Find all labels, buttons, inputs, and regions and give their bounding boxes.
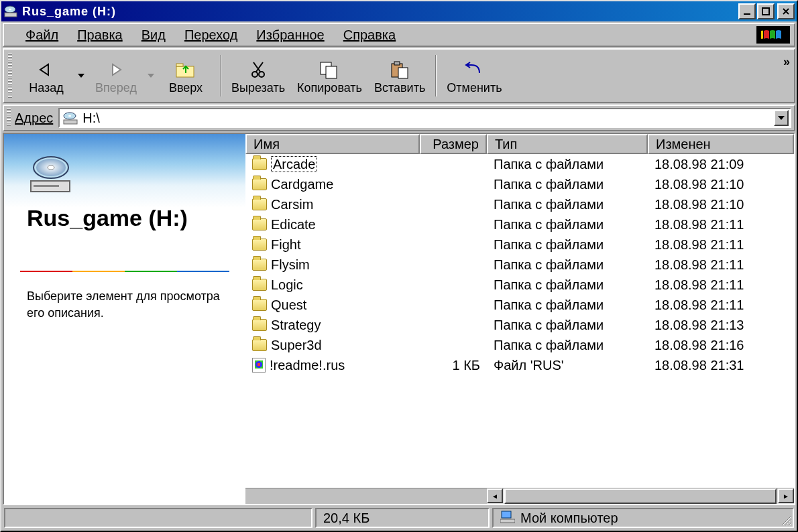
- toolbar-separator-2: [435, 55, 437, 96]
- svg-rect-22: [502, 511, 511, 518]
- menu-file[interactable]: Файл: [16, 25, 68, 46]
- column-modified[interactable]: Изменен: [648, 134, 794, 154]
- addressbar: Адрес H:\: [3, 105, 795, 131]
- table-row[interactable]: EdicateПапка с файлами18.08.98 21:11: [245, 214, 794, 235]
- table-row[interactable]: FightПапка с файлами18.08.98 21:11: [245, 235, 794, 255]
- cell-type: Файл 'RUS': [487, 356, 648, 375]
- item-name: Carsim: [271, 197, 313, 212]
- menu-edit[interactable]: Правка: [68, 25, 132, 46]
- cell-type: Папка с файлами: [487, 236, 648, 254]
- address-combo[interactable]: H:\: [58, 108, 791, 128]
- paste-button[interactable]: Вставить: [368, 50, 431, 102]
- undo-button[interactable]: Отменить: [441, 50, 508, 102]
- folder-icon: [252, 239, 267, 251]
- menu-help[interactable]: Справка: [334, 25, 405, 46]
- folder-icon: [252, 259, 267, 271]
- computer-icon: [500, 510, 515, 527]
- copy-button[interactable]: Копировать: [291, 50, 368, 102]
- cell-name: Fight: [245, 236, 420, 254]
- cell-date: 18.08.98 21:11: [648, 296, 794, 314]
- cell-date: 18.08.98 21:16: [648, 336, 794, 354]
- toolbar-overflow-icon[interactable]: »: [783, 50, 790, 102]
- address-path: H:\: [82, 111, 774, 126]
- item-name: Flysim: [271, 257, 310, 273]
- forward-button[interactable]: Вперед: [86, 50, 146, 102]
- cut-label: Вырезать: [231, 81, 285, 95]
- svg-point-19: [48, 165, 54, 170]
- menu-view[interactable]: Вид: [132, 25, 175, 46]
- cell-size: [420, 203, 487, 206]
- cell-type: Папка с файлами: [487, 176, 648, 194]
- scroll-right-button[interactable]: ►: [778, 488, 794, 503]
- cell-type: Папка с файлами: [487, 155, 648, 174]
- cell-name: Quest: [245, 296, 420, 314]
- cell-size: [420, 344, 487, 346]
- table-row[interactable]: CardgameПапка с файлами18.08.98 21:10: [245, 174, 794, 194]
- address-dropdown-icon[interactable]: [774, 110, 789, 126]
- cell-type: Папка с файлами: [487, 316, 648, 334]
- cell-date: 18.08.98 21:11: [648, 216, 794, 234]
- selection-hint: Выберите элемент для просмотра его описа…: [27, 288, 223, 322]
- table-row[interactable]: FlysimПапка с файлами18.08.98 21:11: [245, 255, 794, 275]
- forward-dropdown[interactable]: [146, 50, 156, 102]
- scroll-left-button[interactable]: ◄: [487, 488, 503, 503]
- folder-icon: [252, 158, 267, 170]
- status-location-label: Мой компьютер: [520, 511, 618, 526]
- table-row[interactable]: ArcadeПапка с файлами18.08.98 21:09: [245, 154, 794, 174]
- cell-size: [420, 304, 487, 306]
- paste-label: Вставить: [374, 81, 425, 95]
- item-name: Fight: [271, 237, 300, 253]
- folder-icon: [252, 218, 267, 230]
- cell-type: Папка с файлами: [487, 296, 648, 314]
- column-size[interactable]: Размер: [420, 134, 487, 154]
- svg-rect-10: [326, 66, 337, 78]
- maximize-button[interactable]: [757, 3, 775, 19]
- up-folder-icon: [172, 58, 199, 81]
- titlebar[interactable]: Rus_game (H:): [1, 1, 797, 21]
- copy-label: Копировать: [297, 81, 362, 95]
- cell-date: 18.08.98 21:10: [648, 196, 794, 214]
- toolbar-grip[interactable]: [8, 54, 12, 98]
- menu-fav[interactable]: Избранное: [247, 25, 333, 46]
- column-type[interactable]: Тип: [487, 134, 648, 154]
- up-label: Вверх: [169, 81, 203, 95]
- column-name[interactable]: Имя: [245, 134, 420, 154]
- table-row[interactable]: LogicПапка с файлами18.08.98 21:11: [245, 275, 794, 295]
- up-button[interactable]: Вверх: [156, 50, 216, 102]
- address-label: Адрес: [15, 111, 58, 126]
- item-name: Super3d: [271, 338, 322, 353]
- scroll-track[interactable]: ◄ ►: [487, 488, 794, 504]
- forward-label: Вперед: [95, 81, 137, 95]
- back-button[interactable]: Назад: [16, 50, 76, 102]
- table-row[interactable]: !readme!.rus1 КБФайл 'RUS'18.08.98 21:31: [245, 355, 794, 375]
- cell-size: [420, 163, 487, 165]
- cell-name: Logic: [245, 276, 420, 294]
- svg-rect-16: [64, 120, 77, 124]
- cell-date: 18.08.98 21:11: [648, 236, 794, 254]
- svg-point-15: [68, 115, 71, 117]
- cell-type: Папка с файлами: [487, 276, 648, 294]
- svg-rect-21: [34, 185, 59, 187]
- table-row[interactable]: CarsimПапка с файлами18.08.98 21:10: [245, 194, 794, 214]
- svg-point-1: [9, 9, 11, 10]
- menu-go[interactable]: Переход: [175, 25, 247, 46]
- undo-label: Отменить: [447, 81, 502, 95]
- table-row[interactable]: QuestПапка с файлами18.08.98 21:11: [245, 295, 794, 315]
- addressbar-grip[interactable]: [7, 109, 11, 127]
- table-row[interactable]: Super3dПапка с файлами18.08.98 21:16: [245, 335, 794, 355]
- cut-button[interactable]: Вырезать: [225, 50, 291, 102]
- back-dropdown[interactable]: [76, 50, 86, 102]
- minimize-button[interactable]: [738, 3, 756, 19]
- scroll-thumb[interactable]: [504, 488, 777, 504]
- rainbow-divider: [20, 271, 229, 272]
- cell-size: [420, 183, 487, 186]
- windows-logo-icon: [756, 26, 790, 44]
- table-row[interactable]: StrategyПапка с файлами18.08.98 21:13: [245, 315, 794, 335]
- resize-grip-icon[interactable]: [779, 513, 791, 525]
- statusbar: 20,4 КБ Мой компьютер: [3, 507, 795, 529]
- drive-name: Rus_game (H:): [27, 205, 188, 231]
- folder-icon: [252, 198, 267, 210]
- content-area: Rus_game (H:) Выберите элемент для просм…: [3, 133, 795, 505]
- cell-name: Cardgame: [245, 176, 420, 194]
- close-button[interactable]: [777, 3, 795, 19]
